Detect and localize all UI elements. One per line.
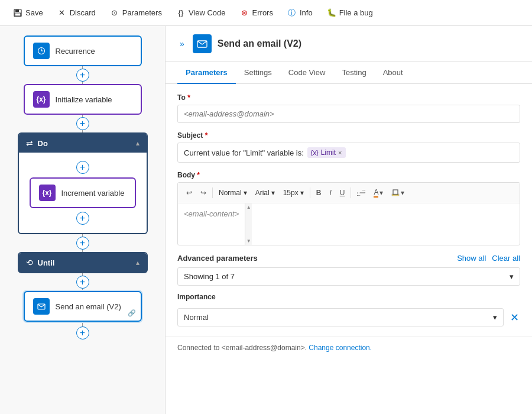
format-select[interactable]: Normal (215, 187, 251, 199)
importance-dropdown[interactable]: Normal (177, 308, 504, 326)
info-button[interactable]: ⓘ Info (281, 5, 319, 21)
tab-parameters[interactable]: Parameters (177, 62, 236, 84)
recurrence-label: Recurrence (56, 47, 95, 56)
font-label: Arial (255, 189, 270, 197)
until-label: Until (38, 258, 55, 267)
show-all-link[interactable]: Show all (457, 254, 486, 263)
errors-label: Errors (252, 8, 273, 17)
footer-connected-email: <email-address@domain>. (222, 344, 307, 352)
recurrence-node[interactable]: Recurrence (24, 35, 142, 66)
clear-all-link[interactable]: Clear all (492, 254, 520, 263)
discard-icon: ✕ (57, 8, 67, 18)
importance-row: Normal ✕ (177, 308, 520, 326)
connector-3: + (76, 234, 89, 252)
add-step-1[interactable]: + (76, 69, 89, 82)
add-step-3[interactable]: + (76, 237, 89, 250)
to-input[interactable] (177, 105, 520, 123)
parameters-button[interactable]: ⊙ Parameters (104, 5, 168, 21)
file-bug-button[interactable]: 🐛 File a bug (321, 5, 379, 21)
discard-button[interactable]: ✕ Discard (51, 5, 102, 21)
add-step-bottom[interactable]: + (76, 326, 89, 339)
do-container: ⇄ Do + {x} Increment variable + (18, 132, 148, 234)
font-color-button[interactable]: A (370, 186, 387, 199)
add-step-do-2[interactable]: + (76, 212, 89, 225)
subject-input[interactable]: Current value for "Limit" variable is: {… (177, 143, 520, 163)
italic-button[interactable]: I (326, 187, 335, 199)
font-select[interactable]: Arial (252, 187, 278, 199)
until-header[interactable]: ⟲ Until (19, 253, 147, 272)
panel-icon (193, 34, 212, 53)
add-step-2[interactable]: + (76, 117, 89, 130)
save-label: Save (25, 8, 43, 17)
file-bug-label: File a bug (339, 8, 373, 17)
save-button[interactable]: Save (7, 5, 49, 21)
connector-1: + (76, 66, 89, 84)
view-code-button[interactable]: {} View Code (170, 5, 232, 21)
add-step-do-1[interactable]: + (76, 161, 89, 174)
do-collapse-icon[interactable] (136, 139, 140, 147)
subject-text: Current value for "Limit" variable is: (184, 148, 304, 157)
advanced-parameters-section: Advanced parameters Show all Clear all S… (177, 254, 520, 326)
importance-clear-button[interactable]: ✕ (508, 312, 520, 324)
font-chevron (271, 189, 275, 197)
highlight-button[interactable] (388, 187, 408, 199)
errors-button[interactable]: ⊗ Errors (234, 5, 279, 21)
editor-toolbar: ↩ ↪ Normal Arial 15px (178, 183, 520, 203)
parameters-icon: ⊙ (110, 8, 119, 18)
editor-scrollbar[interactable]: ▲ ▼ (245, 203, 252, 245)
body-input[interactable]: <email-content> (178, 203, 245, 245)
until-collapse-icon[interactable] (136, 258, 140, 267)
do-icon: ⇄ (26, 138, 33, 148)
advanced-dropdown-chevron (510, 272, 514, 281)
bold-button[interactable]: B (313, 187, 325, 199)
redo-button[interactable]: ↪ (197, 187, 210, 199)
view-code-label: View Code (189, 8, 226, 17)
do-header[interactable]: ⇄ Do (19, 134, 147, 153)
underline-button[interactable]: U (336, 187, 349, 199)
scroll-down-arrow[interactable]: ▼ (246, 238, 251, 244)
token-close-button[interactable]: × (338, 149, 342, 156)
expand-arrows[interactable]: » (177, 37, 187, 51)
tabs-bar: Parameters Settings Code View Testing Ab… (166, 62, 532, 84)
rich-editor: ↩ ↪ Normal Arial 15px (177, 182, 520, 245)
until-container: ⟲ Until (18, 252, 148, 273)
info-label: Info (300, 8, 313, 17)
errors-icon: ⊗ (240, 8, 249, 18)
toolbar-divider-3 (351, 187, 351, 198)
advanced-title: Advanced parameters (177, 254, 258, 263)
do-header-left: ⇄ Do (26, 138, 48, 148)
parameters-label: Parameters (122, 8, 162, 17)
scroll-up-arrow[interactable]: ▲ (246, 205, 251, 210)
svg-rect-2 (15, 13, 21, 16)
do-label: Do (38, 139, 48, 148)
toolbar-divider-2 (310, 187, 310, 198)
properties-panel: » Send an email (V2) Parameters Settings… (166, 26, 532, 414)
change-connection-link[interactable]: Change connection. (309, 344, 372, 352)
advanced-dropdown[interactable]: Showing 1 of 7 (177, 267, 520, 286)
init-variable-node[interactable]: {x} Initialize variable (24, 84, 142, 115)
importance-group: Importance Normal ✕ (177, 293, 520, 326)
body-label: Body * (177, 171, 520, 179)
tab-code-view[interactable]: Code View (280, 62, 334, 84)
send-email-link-icon: 🔗 (128, 309, 136, 317)
size-select[interactable]: 15px (280, 187, 307, 199)
body-placeholder: <email-content> (184, 209, 239, 218)
importance-value: Normal (184, 313, 209, 322)
panel-title: Send an email (V2) (218, 38, 301, 49)
to-required: * (187, 93, 190, 102)
form-content: To * Subject * Current value for "Limit"… (166, 84, 532, 336)
undo-button[interactable]: ↩ (183, 187, 196, 199)
format-chevron (244, 189, 247, 197)
tab-about[interactable]: About (375, 62, 411, 84)
size-chevron (300, 189, 304, 197)
tab-testing[interactable]: Testing (333, 62, 374, 84)
token-icon: {x} (311, 149, 319, 156)
add-step-4[interactable]: + (76, 276, 89, 289)
format-label: Normal (219, 189, 242, 197)
send-email-node[interactable]: Send an email (V2) 🔗 (24, 291, 142, 322)
svg-rect-1 (15, 9, 19, 12)
tab-settings[interactable]: Settings (236, 62, 280, 84)
increment-variable-node[interactable]: {x} Increment variable (30, 177, 136, 208)
importance-chevron (493, 313, 497, 322)
link-button[interactable] (353, 188, 369, 198)
